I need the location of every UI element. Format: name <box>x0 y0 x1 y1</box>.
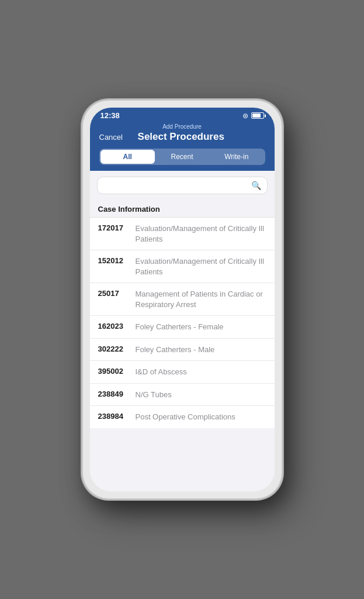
table-row[interactable]: 152012 Evaluation/Management of Critical… <box>90 250 275 283</box>
page-title: Select Procedures <box>123 131 240 143</box>
cancel-button[interactable]: Cancel <box>99 133 123 142</box>
tab-container: All Recent Write-in <box>99 149 265 165</box>
procedure-code: 172017 <box>98 223 129 232</box>
table-row[interactable]: 395002 I&D of Abscess <box>90 361 275 384</box>
tab-writein[interactable]: Write-in <box>209 150 264 164</box>
procedure-name: N/G Tubes <box>136 390 266 400</box>
procedure-code: 238849 <box>98 390 129 398</box>
procedure-code: 162023 <box>98 322 129 331</box>
procedure-code: 395002 <box>98 367 129 376</box>
status-bar: 12:38 ⊛ <box>90 108 275 122</box>
procedure-name: Evaluation/Management of Critically Ill … <box>136 256 266 277</box>
table-row[interactable]: 302222 Foley Catherters - Male <box>90 339 275 362</box>
table-row[interactable]: 238984 Post Operative Complications <box>90 406 275 428</box>
tab-bar: All Recent Write-in <box>90 149 275 171</box>
section-header: Case Information <box>90 200 275 217</box>
wifi-icon: ⊛ <box>242 112 248 120</box>
procedure-name: Management of Patients in Cardiac or Res… <box>136 289 266 309</box>
table-row[interactable]: 25017 Management of Patients in Cardiac … <box>90 283 275 316</box>
procedure-code: 238984 <box>98 412 129 421</box>
nav-subtitle: Add Procedure <box>162 123 202 130</box>
procedures-list: 172017 Evaluation/Management of Critical… <box>90 217 275 428</box>
procedure-name: Foley Catherters - Male <box>136 345 266 355</box>
phone-screen: 12:38 ⊛ Add Procedure Cancel Select Proc… <box>90 108 275 491</box>
nav-row: Cancel Select Procedures <box>99 131 265 143</box>
procedure-code: 302222 <box>98 345 129 353</box>
procedure-name: Post Operative Complications <box>136 412 266 422</box>
battery-icon <box>251 112 264 119</box>
table-row[interactable]: 238849 N/G Tubes <box>90 384 275 407</box>
procedure-name: Foley Catherters - Female <box>136 322 266 332</box>
procedure-name: I&D of Abscess <box>136 367 266 377</box>
battery-fill <box>252 113 261 118</box>
search-box: 🔍 <box>97 177 268 194</box>
search-icon: 🔍 <box>251 181 261 190</box>
tab-all[interactable]: All <box>100 150 155 164</box>
table-row[interactable]: 172017 Evaluation/Management of Critical… <box>90 218 275 250</box>
tab-recent[interactable]: Recent <box>155 150 209 164</box>
status-time: 12:38 <box>100 111 120 120</box>
nav-bar: Add Procedure Cancel Select Procedures <box>90 122 275 149</box>
procedure-code: 25017 <box>98 289 129 298</box>
content-area: 🔍 Case Information 172017 Evaluation/Man… <box>90 171 275 491</box>
status-icons: ⊛ <box>242 112 264 120</box>
search-container: 🔍 <box>90 171 275 200</box>
search-input[interactable] <box>103 181 251 190</box>
procedure-name: Evaluation/Management of Critically Ill … <box>136 223 266 244</box>
table-row[interactable]: 162023 Foley Catherters - Female <box>90 316 275 339</box>
procedure-code: 152012 <box>98 256 129 265</box>
phone-frame: 12:38 ⊛ Add Procedure Cancel Select Proc… <box>83 101 282 498</box>
